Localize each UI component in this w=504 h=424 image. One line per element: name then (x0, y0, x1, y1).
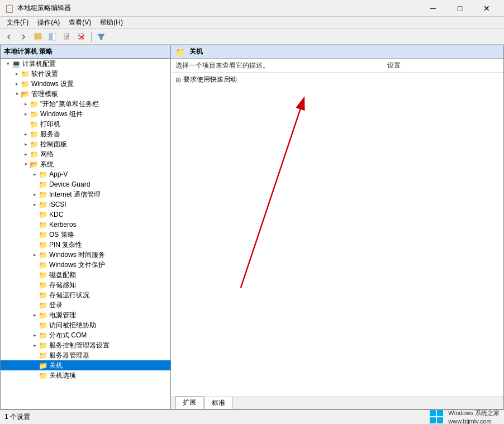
show-hide-button[interactable] (46, 31, 59, 43)
folder-icon: 📁 (39, 221, 47, 229)
tree-item-server-mgmt[interactable]: 📁 服务器管理器 (1, 350, 170, 360)
tree-item-os-policy[interactable]: 📁 OS 策略 (1, 230, 170, 240)
tree-item-device-guard[interactable]: 📁 Device Guard (1, 179, 170, 189)
tree-item-system[interactable]: ▾ 📂 系统 (1, 159, 170, 169)
expand-icon[interactable]: ▸ (13, 80, 21, 88)
folder-icon: 📁 (39, 180, 47, 189)
folder-icon: 📁 (39, 261, 47, 269)
expand-icon[interactable]: ▸ (31, 331, 39, 339)
expand-icon[interactable]: ▸ (31, 341, 39, 349)
expand-icon[interactable]: ▸ (31, 251, 39, 259)
expand-icon[interactable]: ▸ (31, 311, 39, 319)
folder-icon: 📁 (30, 140, 39, 149)
tree-item-app-v[interactable]: ▸ 📁 App-V (1, 169, 170, 179)
tree-item-printer[interactable]: 📁 打印机 (1, 119, 170, 129)
folder-icon: 📁 (39, 231, 47, 239)
tree-item-internet-comm[interactable]: ▸ 📁 Internet 通信管理 (1, 189, 170, 199)
tree-item-label: 服务器 (40, 130, 60, 139)
tree-container[interactable]: ▾ 💻 计算机配置 ▸ 📁 软件设置 ▸ 📁 Windows 设置 ▾ 📂 管理… (1, 59, 170, 409)
svg-rect-2 (49, 34, 52, 40)
expand-icon[interactable]: ▸ (13, 70, 21, 78)
expand-icon[interactable]: ▸ (22, 130, 30, 138)
new-button[interactable] (60, 31, 74, 43)
tree-item-network[interactable]: ▸ 📁 网络 (1, 149, 170, 159)
folder-icon: 📁 (30, 110, 39, 118)
tree-item-label: 关机选项 (49, 371, 76, 380)
expand-icon[interactable]: ▸ (22, 110, 30, 118)
expand-icon[interactable]: ▸ (22, 150, 30, 158)
folder-icon: 📁 (39, 331, 47, 340)
tree-item-storage-sense[interactable]: 📁 存储感知 (1, 280, 170, 290)
folder-icon: 📁 (39, 170, 47, 179)
close-button[interactable]: ✕ (474, 0, 500, 17)
tree-item-disk-quota[interactable]: 📁 磁盘配额 (1, 270, 170, 280)
tree-item-start-menu[interactable]: ▸ 📁 "开始"菜单和任务栏 (1, 99, 170, 109)
expand-icon[interactable]: ▸ (22, 140, 30, 148)
tree-item-pin[interactable]: 📁 PIN 复杂性 (1, 240, 170, 250)
tree-item-iscsi[interactable]: ▸ 📁 iSCSI (1, 199, 170, 209)
folder-icon: 📁 (39, 241, 47, 249)
expand-icon[interactable]: ▸ (31, 170, 39, 178)
local-policy-label: 本地计算机 策略 (4, 47, 53, 55)
up-button[interactable] (31, 31, 45, 43)
tree-item-admin-templates[interactable]: ▾ 📂 管理模板 (1, 89, 170, 99)
folder-icon: 📁 (39, 361, 47, 370)
right-panel: 📁 关机 选择一个项目来查看它的描述。 设置 ⊞ 要求使用快速启动 扩展 (171, 45, 503, 409)
menu-bar: 文件(F) 操作(A) 查看(V) 帮助(H) (0, 17, 504, 29)
menu-file[interactable]: 文件(F) (2, 17, 33, 28)
expand-icon[interactable]: ▾ (22, 160, 30, 168)
tree-item-dist-com[interactable]: ▸ 📁 分布式 COM (1, 330, 170, 340)
maximize-button[interactable]: □ (447, 0, 473, 17)
back-button[interactable] (2, 31, 16, 43)
description-column-header: 选择一个项目来查看它的描述。 (175, 61, 387, 70)
title-bar: 📋 本地组策略编辑器 ─ □ ✕ (0, 0, 504, 17)
app-icon: 📋 (4, 4, 14, 13)
expand-icon[interactable]: ▾ (4, 60, 12, 68)
folder-icon: 📁 (30, 150, 39, 159)
watermark: Windows 系统之家 www.bjjmlv.com (429, 409, 500, 424)
folder-icon: 📁 (39, 311, 47, 320)
tab-expand[interactable]: 扩展 (175, 396, 203, 409)
tree-item-software[interactable]: ▸ 📁 软件设置 (1, 69, 170, 79)
right-list-item-0[interactable]: ⊞ 要求使用快速启动 (171, 73, 503, 86)
tree-item-kdc[interactable]: 📁 KDC (1, 209, 170, 220)
tree-item-label: 磁盘配额 (49, 270, 76, 280)
settings-column-header: 设置 (387, 61, 499, 70)
tree-item-shutdown[interactable]: 📁 关机 (1, 360, 170, 370)
tree-item-label: 存储运行状况 (49, 290, 89, 300)
menu-view[interactable]: 查看(V) (64, 17, 96, 28)
tree-item-login[interactable]: 📁 登录 (1, 300, 170, 310)
expand-icon[interactable]: ▾ (13, 90, 21, 98)
tab-standard[interactable]: 标准 (205, 397, 232, 409)
tree-item-win-file[interactable]: 📁 Windows 文件保护 (1, 260, 170, 270)
expand-icon[interactable]: ▸ (31, 190, 39, 198)
minimize-button[interactable]: ─ (420, 0, 446, 17)
svg-rect-16 (430, 417, 436, 423)
tree-item-windows-settings[interactable]: ▸ 📁 Windows 设置 (1, 79, 170, 89)
tree-item-windows-components[interactable]: ▸ 📁 Windows 组件 (1, 109, 170, 119)
tree-item-label: Windows 设置 (31, 79, 74, 89)
expand-icon[interactable]: ▸ (22, 100, 30, 108)
tree-item-access-denied[interactable]: 📁 访问被拒绝协助 (1, 320, 170, 330)
menu-action[interactable]: 操作(A) (33, 17, 64, 28)
tree-item-win-time[interactable]: ▸ 📁 Windows 时间服务 (1, 250, 170, 260)
tree-item-label: Windows 文件保护 (49, 260, 105, 270)
expand-icon[interactable]: ▸ (31, 201, 39, 208)
tree-item-server[interactable]: ▸ 📁 服务器 (1, 129, 170, 139)
folder-icon: 📂 (30, 160, 39, 169)
tree-item-computer[interactable]: ▾ 💻 计算机配置 (1, 59, 170, 69)
title-bar-left: 📋 本地组策略编辑器 (4, 3, 71, 13)
delete-button[interactable] (75, 31, 88, 43)
settings-icon: ⊞ (175, 76, 181, 84)
tree-item-power-mgmt[interactable]: ▸ 📁 电源管理 (1, 310, 170, 320)
tree-item-shutdown-options[interactable]: 📁 关机选项 (1, 370, 170, 380)
menu-help[interactable]: 帮助(H) (96, 17, 127, 28)
tree-item-control-panel[interactable]: ▸ 📁 控制面板 (1, 139, 170, 149)
filter-button[interactable] (94, 31, 108, 43)
tree-item-label: 打印机 (40, 120, 60, 129)
forward-button[interactable] (17, 31, 30, 43)
tree-item-kerberos[interactable]: 📁 Kerberos (1, 220, 170, 230)
folder-icon: 📁 (39, 271, 47, 279)
tree-item-storage-status[interactable]: 📁 存储运行状况 (1, 290, 170, 300)
tree-item-service-ctrl[interactable]: ▸ 📁 服务控制管理器设置 (1, 340, 170, 350)
